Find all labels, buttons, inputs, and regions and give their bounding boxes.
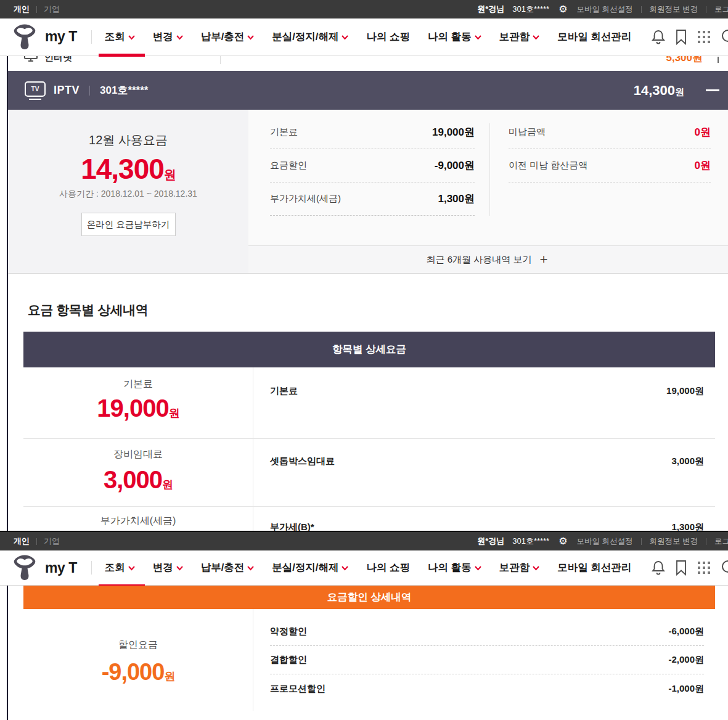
discount-line-item: 프로모션할인-1,000원 — [270, 674, 704, 703]
online-pay-button[interactable]: 온라인 요금납부하기 — [81, 213, 176, 236]
divider — [706, 538, 706, 545]
nav-item-storage[interactable]: 보관함 — [499, 30, 540, 44]
divider — [253, 439, 253, 506]
brand-my-t[interactable]: my T — [45, 28, 77, 45]
summary-row: 부가가치세(세금)1,300원 — [270, 182, 475, 216]
user-name: 원*경님 — [477, 4, 504, 15]
nav-item-payment[interactable]: 납부/충전 — [201, 30, 255, 44]
brand-my-t[interactable]: my T — [45, 560, 77, 576]
summary-row: 기본료19,000원 — [270, 116, 475, 149]
divider — [641, 538, 642, 545]
link-mobile-line-settings[interactable]: 모바일 회선설정 — [577, 536, 633, 547]
user-name: 원*경님 — [477, 536, 504, 547]
chevron-down-icon — [176, 35, 183, 40]
discount-detail-table: 요금할인 상세내역 할인요금 -9,000원 약정할인-6,000원 결합할인-… — [23, 586, 715, 711]
divider — [706, 6, 706, 13]
divider — [489, 123, 490, 216]
user-line-number: 301호***** — [512, 536, 549, 547]
divider — [220, 56, 221, 64]
chevron-down-icon — [342, 566, 348, 571]
chevron-down-icon — [128, 566, 135, 571]
charge-group-amount: 3,000원 — [23, 466, 253, 494]
gear-icon[interactable]: ⚙ — [558, 4, 567, 14]
top-utility-bar: 개인 기업 원*경님 301호***** ⚙ 모바일 회선설정 회원정보 변경 … — [0, 532, 728, 550]
chevron-down-icon — [342, 35, 348, 40]
link-logout[interactable]: 로그아웃 — [714, 536, 728, 547]
iptv-summary-panel: 12월 사용요금 14,300원 사용기간 : 2018.12.01 ~ 201… — [8, 110, 728, 273]
nav-item-my-activity[interactable]: 나의 활동 — [428, 30, 481, 44]
chevron-down-icon — [247, 566, 254, 571]
charge-summary-list: 기본료19,000원 요금할인-9,000원 부가가치세(세금)1,300원 — [270, 116, 475, 216]
search-icon[interactable] — [721, 28, 728, 46]
divider — [91, 561, 92, 575]
table-row: 기본료 19,000원 기본료19,000원 — [23, 367, 715, 439]
nav-item-inquiry[interactable]: 조회 — [105, 30, 135, 44]
summary-row: 미납금액0원 — [509, 116, 711, 149]
tab-personal[interactable]: 개인 — [14, 536, 30, 547]
month-usage-amount: 14,300원 — [8, 153, 248, 185]
link-mobile-line-settings[interactable]: 모바일 회선설정 — [577, 4, 633, 15]
clipped-row-label: 인터넷 — [44, 56, 72, 63]
nav-item-inquiry[interactable]: 조회 — [105, 561, 135, 575]
link-logout[interactable]: 로그아웃 — [714, 4, 728, 15]
iptv-line-number: 301호***** — [100, 83, 148, 97]
charge-group-label: 장비임대료 — [23, 448, 253, 461]
link-member-info[interactable]: 회원정보 변경 — [650, 536, 698, 547]
user-line-number: 301호***** — [512, 4, 549, 15]
divider — [718, 57, 719, 63]
chevron-down-icon — [247, 35, 254, 40]
nav-item-loss-suspend[interactable]: 분실/정지/해제 — [272, 30, 348, 44]
apps-grid-icon[interactable] — [697, 560, 711, 575]
tab-personal[interactable]: 개인 — [14, 4, 30, 15]
search-icon[interactable] — [721, 559, 728, 576]
nav-item-mobile-line-mgmt[interactable]: 모바일 회선관리 — [557, 561, 631, 575]
divider — [91, 30, 92, 44]
bell-icon[interactable] — [651, 29, 666, 45]
table-row: 장비임대료 3,000원 셋톱박스임대료3,000원 — [23, 439, 715, 507]
global-header-duplicate: 개인 기업 원*경님 301호***** ⚙ 모바일 회선설정 회원정보 변경 … — [0, 531, 728, 586]
iptv-title: IPTV — [54, 84, 80, 97]
table-row: 할인요금 -9,000원 약정할인-6,000원 결합할인-2,000원 프로모… — [23, 609, 715, 711]
chevron-down-icon — [176, 566, 183, 571]
month-usage-title: 12월 사용요금 — [8, 132, 248, 149]
bell-icon[interactable] — [651, 560, 666, 576]
nav-item-change[interactable]: 변경 — [153, 30, 183, 44]
nav-item-loss-suspend[interactable]: 분실/정지/해제 — [272, 561, 348, 575]
iptv-accordion: TV IPTV 301호***** 14,300원 12월 사용요금 14,30… — [8, 71, 728, 273]
t-world-logo[interactable] — [12, 24, 37, 50]
charge-line-item: 셋톱박스임대료3,000원 — [270, 456, 704, 467]
divider — [36, 6, 37, 13]
main-nav: my T 조회 변경 납부/충전 분실/정지/해제 나의 쇼핑 나의 활동 보관… — [0, 18, 728, 55]
recent-6month-history-toggle[interactable]: 최근 6개월 사용내역 보기 ＋ — [248, 245, 728, 273]
bookmark-icon[interactable] — [675, 560, 687, 576]
tab-business[interactable]: 기업 — [44, 536, 60, 547]
nav-item-my-activity[interactable]: 나의 활동 — [428, 561, 481, 575]
gear-icon[interactable]: ⚙ — [558, 536, 567, 546]
divider — [89, 86, 90, 96]
divider — [641, 6, 642, 13]
divider — [253, 367, 253, 438]
apps-grid-icon[interactable] — [697, 30, 711, 44]
chevron-down-icon — [475, 35, 481, 40]
discount-line-item: 결합할인-2,000원 — [270, 646, 704, 674]
plus-icon: ＋ — [537, 250, 550, 268]
nav-item-my-shopping[interactable]: 나의 쇼핑 — [366, 30, 410, 44]
usage-period: 사용기간 : 2018.12.01 ~ 2018.12.31 — [8, 189, 248, 200]
collapse-minus-icon[interactable] — [706, 89, 719, 91]
link-member-info[interactable]: 회원정보 변경 — [650, 4, 698, 15]
monthly-charge-panel: 12월 사용요금 14,300원 사용기간 : 2018.12.01 ~ 201… — [8, 110, 248, 273]
t-world-logo[interactable] — [12, 555, 37, 581]
summary-row: 요금할인-9,000원 — [270, 149, 475, 182]
nav-item-change[interactable]: 변경 — [153, 561, 183, 575]
nav-item-payment[interactable]: 납부/충전 — [201, 561, 255, 575]
top-utility-bar: 개인 기업 원*경님 301호***** ⚙ 모바일 회선설정 회원정보 변경 … — [0, 0, 728, 18]
nav-item-my-shopping[interactable]: 나의 쇼핑 — [366, 561, 410, 575]
global-header: 개인 기업 원*경님 301호***** ⚙ 모바일 회선설정 회원정보 변경 … — [0, 0, 728, 55]
tab-business[interactable]: 기업 — [44, 4, 60, 15]
chevron-down-icon — [128, 35, 135, 40]
iptv-accordion-header[interactable]: TV IPTV 301호***** 14,300원 — [8, 71, 728, 110]
clipped-row-amount: 5,300원 — [666, 56, 703, 64]
nav-item-mobile-line-mgmt[interactable]: 모바일 회선관리 — [557, 30, 631, 44]
nav-item-storage[interactable]: 보관함 — [499, 561, 540, 575]
bookmark-icon[interactable] — [675, 29, 687, 45]
